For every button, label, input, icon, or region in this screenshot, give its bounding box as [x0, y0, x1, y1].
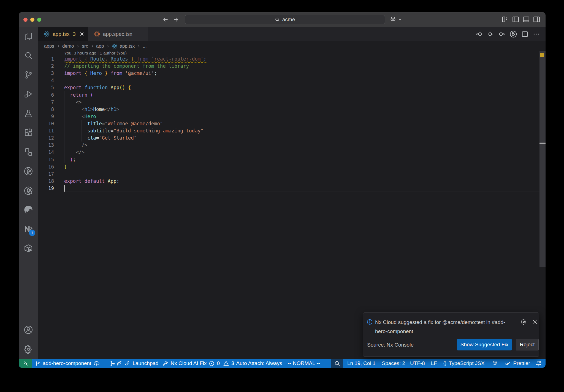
sidebar-item-gitlens[interactable]	[19, 162, 38, 181]
code-line[interactable]: 6 return (	[38, 91, 546, 99]
close-tab-icon[interactable]	[80, 32, 84, 36]
customize-layout-icon[interactable]	[501, 15, 509, 23]
nx-cloud-fix-status[interactable]: Nx Cloud AI Fix	[162, 360, 207, 366]
open-changes-back-icon[interactable]	[475, 30, 483, 38]
zoom-window-button[interactable]	[37, 18, 41, 22]
rocket-icon	[116, 360, 122, 366]
code-line[interactable]: 3import { Hero } from '@acme/ui';	[38, 70, 546, 77]
code-line[interactable]: 5export function App() {	[38, 84, 546, 91]
code-line[interactable]: 11 subtitle="Build something amazing tod…	[38, 127, 546, 134]
gitlens-inspect-icon	[23, 186, 33, 195]
code-token	[134, 56, 137, 62]
sidebar-item-edge-browser[interactable]	[19, 200, 38, 219]
code-line[interactable]: 18export default App;	[38, 178, 546, 185]
open-changes-forward-icon[interactable]	[498, 30, 506, 38]
scrollbar-slider[interactable]	[539, 51, 546, 267]
language-mode-status[interactable]: {} TypeScript JSX	[443, 360, 485, 366]
settings-button[interactable]	[19, 340, 38, 359]
code-line[interactable]: 14 </>	[38, 149, 546, 156]
breadcrumb-item[interactable]: src	[82, 43, 88, 49]
notification-close-icon[interactable]	[532, 319, 538, 325]
toggle-panel-icon[interactable]	[522, 15, 530, 23]
sidebar-item-remote-explorer[interactable]	[19, 142, 38, 162]
formatter-status[interactable]: Prettier	[505, 360, 530, 367]
sidebar-item-explorer[interactable]	[19, 27, 38, 46]
code-line[interactable]: 7 <>	[38, 99, 546, 106]
vim-mode-status[interactable]: -- NORMAL --	[288, 360, 320, 366]
navigate-forward-icon[interactable]	[173, 16, 179, 23]
code-token: Hero	[85, 114, 96, 119]
code-line[interactable]: 17	[38, 170, 546, 178]
zoom-status[interactable]	[331, 359, 343, 368]
code-token: // importing the component from the libr…	[64, 63, 189, 69]
sidebar-item-gitlens-inspect[interactable]	[19, 181, 38, 200]
sidebar-item-run-debug[interactable]	[19, 85, 38, 104]
copilot-status[interactable]	[492, 360, 498, 367]
code-line[interactable]: 19	[38, 185, 546, 192]
code-line[interactable]: 9 <Hero	[38, 113, 546, 120]
code-line[interactable]: 13 />	[38, 141, 546, 149]
cursor-position-status[interactable]: Ln 19, Col 1	[347, 360, 375, 366]
sidebar-item-search[interactable]	[19, 46, 38, 65]
code-line[interactable]: 4	[38, 77, 546, 84]
code-line[interactable]: 16}	[38, 163, 546, 170]
code-token: {	[128, 85, 131, 90]
code-token: =	[96, 135, 99, 141]
code-line[interactable]: 2// importing the component from the lib…	[38, 62, 546, 70]
line-number: 4	[38, 77, 64, 84]
status-bar-left: add-hero-component	[32, 360, 320, 367]
code-line[interactable]: 15 );	[38, 156, 546, 163]
account-button[interactable]	[19, 320, 38, 340]
auto-attach-status[interactable]: Auto Attach: Always	[236, 360, 282, 366]
gitlens-graph-icon[interactable]	[509, 30, 517, 38]
sidebar-item-testing[interactable]	[19, 104, 38, 123]
open-changes-icon[interactable]	[487, 30, 494, 38]
editor-scrollbar[interactable]	[539, 51, 546, 359]
code-line[interactable]: 1import { Route, Routes } from 'react-ro…	[38, 55, 546, 62]
reject-button[interactable]: Reject	[516, 339, 539, 350]
code-token	[87, 92, 90, 98]
minimize-window-button[interactable]	[30, 18, 34, 22]
sidebar-item-extensions[interactable]	[19, 123, 38, 142]
breadcrumb-file[interactable]: app.tsx	[112, 43, 135, 49]
close-window-button[interactable]	[23, 18, 28, 22]
sidebar-item-containers[interactable]	[19, 239, 38, 258]
breadcrumb-symbol-ellipsis[interactable]: ...	[143, 43, 147, 49]
git-branch-status[interactable]: add-hero-component	[35, 360, 100, 367]
notifications-bell[interactable]	[535, 360, 542, 367]
code-token: <>	[76, 99, 82, 105]
show-suggested-fix-button[interactable]: Show Suggested Fix	[457, 339, 512, 350]
tab-app-tsx[interactable]: app.tsx 3	[38, 27, 88, 41]
line-number: 16	[38, 163, 64, 170]
git-merge-status[interactable]	[110, 361, 115, 366]
code-token: "Welcmoe @acme/demo"	[105, 121, 163, 126]
command-center-search[interactable]: acme	[185, 15, 385, 24]
toggle-secondary-sidebar-icon[interactable]	[533, 15, 541, 23]
title-bar[interactable]: acme	[19, 12, 546, 27]
problems-status[interactable]: 0 3	[209, 360, 234, 366]
launchpad-status[interactable]: Launchpad	[116, 360, 158, 366]
toggle-primary-sidebar-icon[interactable]	[512, 15, 520, 23]
encoding-status[interactable]: UTF-8	[410, 360, 425, 366]
notification-settings-icon[interactable]	[520, 318, 527, 325]
remote-indicator[interactable]	[19, 359, 32, 368]
eol-status[interactable]: LF	[431, 360, 437, 366]
breadcrumb-item[interactable]: app	[96, 43, 104, 49]
breadcrumb-item[interactable]: apps	[44, 43, 54, 49]
code-line[interactable]: 8 <h1>Home</h1>	[38, 106, 546, 113]
sidebar-item-nx-console[interactable]: 1	[19, 219, 38, 239]
tab-app-spec-tsx[interactable]: app.spec.tsx	[88, 27, 148, 41]
split-editor-icon[interactable]	[521, 30, 529, 38]
indent-guide	[64, 120, 64, 127]
indentation-status[interactable]: Spaces: 2	[382, 360, 405, 366]
indentation-label: Spaces: 2	[382, 360, 405, 366]
code-line[interactable]: 10 title="Welcmoe @acme/demo"	[38, 120, 546, 127]
copilot-menu[interactable]	[389, 12, 402, 27]
navigate-back-icon[interactable]	[162, 16, 169, 23]
codelens-blame[interactable]: You, 3 hours ago | 1 author (You)	[38, 51, 546, 55]
sidebar-item-source-control[interactable]	[19, 65, 38, 85]
more-actions-icon[interactable]	[532, 30, 540, 38]
breadcrumb[interactable]: appsdemosrcappapp.tsx...	[38, 41, 546, 51]
code-line[interactable]: 12 cta="Get Started"	[38, 134, 546, 141]
breadcrumb-item[interactable]: demo	[62, 43, 74, 49]
